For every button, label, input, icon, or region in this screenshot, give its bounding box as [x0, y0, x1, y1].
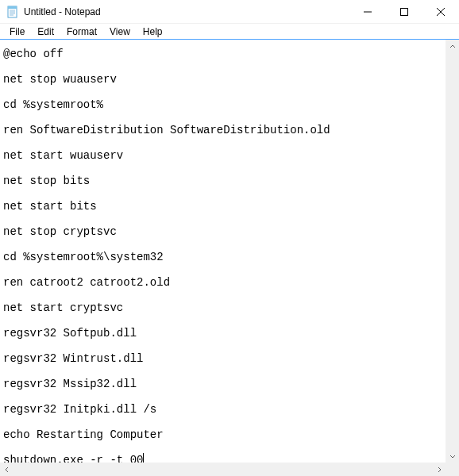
- menubar: File Edit Format View Help: [0, 24, 459, 40]
- titlebar: Untitled - Notepad: [0, 0, 459, 24]
- horizontal-scroll-track[interactable]: [14, 463, 432, 476]
- menu-file[interactable]: File: [3, 25, 31, 39]
- maximize-button[interactable]: [386, 0, 422, 23]
- window-title: Untitled - Notepad: [24, 6, 101, 17]
- menu-edit[interactable]: Edit: [31, 25, 60, 39]
- notepad-icon: [6, 6, 19, 18]
- vertical-scroll-track[interactable]: [446, 53, 459, 449]
- scroll-up-button[interactable]: [446, 40, 459, 53]
- close-button[interactable]: [422, 0, 459, 23]
- scroll-right-button[interactable]: [432, 463, 446, 476]
- text-editor[interactable]: @echo off net stop wuauserv cd %systemro…: [0, 40, 446, 463]
- scroll-down-button[interactable]: [446, 449, 459, 463]
- editor-area: @echo off net stop wuauserv cd %systemro…: [0, 40, 459, 476]
- svg-rect-7: [401, 8, 408, 15]
- menu-view[interactable]: View: [103, 25, 137, 39]
- window-controls: [349, 0, 459, 23]
- scrollbar-corner: [446, 463, 459, 476]
- vertical-scrollbar[interactable]: [446, 40, 459, 463]
- minimize-button[interactable]: [349, 0, 386, 23]
- menu-format[interactable]: Format: [60, 25, 103, 39]
- menu-help[interactable]: Help: [137, 25, 169, 39]
- svg-rect-1: [8, 6, 17, 9]
- horizontal-scrollbar[interactable]: [0, 463, 446, 476]
- scroll-left-button[interactable]: [0, 463, 14, 476]
